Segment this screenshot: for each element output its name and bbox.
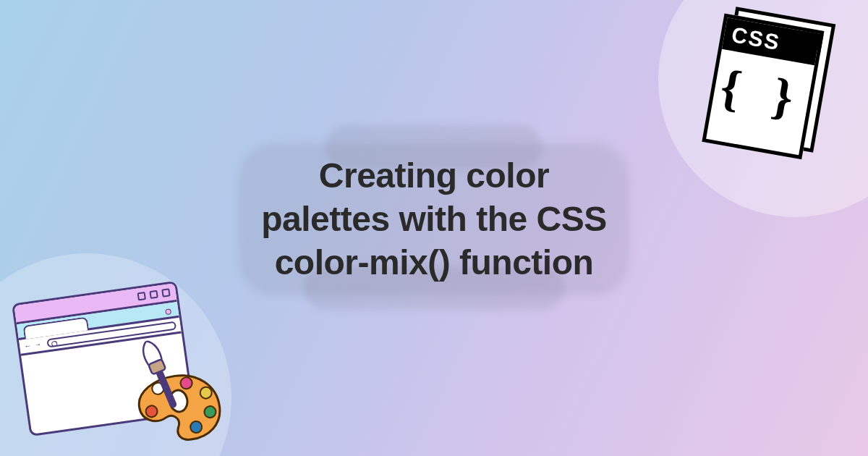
nav-back-icon: ← (24, 342, 32, 350)
minimize-icon (137, 292, 146, 300)
svg-rect-1 (156, 368, 178, 409)
paint-palette-icon (132, 366, 228, 450)
css-file-icon: CSS { } (701, 5, 847, 169)
nav-forward-icon: → (33, 340, 41, 349)
tab-add-icon (165, 308, 171, 315)
page-title: Creating color palettes with the CSS col… (260, 154, 608, 284)
title-container: Creating color palettes with the CSS col… (217, 132, 651, 306)
close-icon (161, 288, 170, 297)
maximize-icon (149, 290, 158, 299)
browser-palette-icon: ← → (12, 276, 227, 456)
file-braces: { } (710, 57, 813, 130)
file-corner-fold (800, 31, 823, 54)
